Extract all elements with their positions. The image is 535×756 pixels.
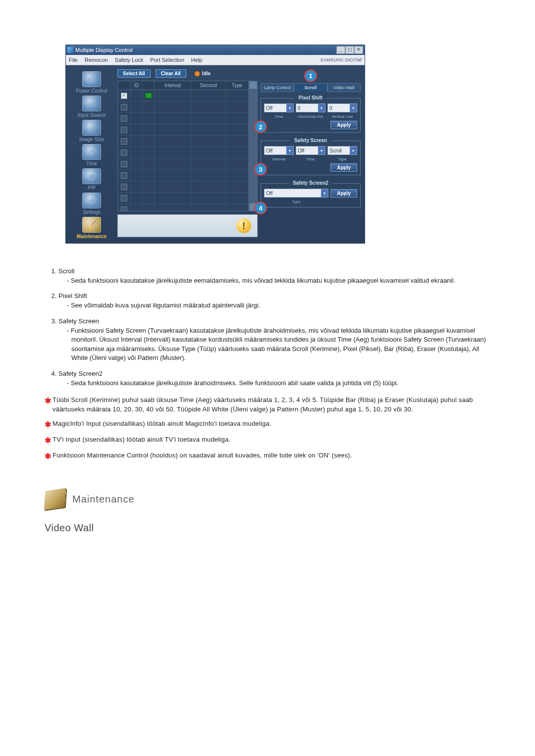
pixel-shift-vline-select[interactable]: 0▾ bbox=[327, 103, 357, 112]
row-checkbox[interactable] bbox=[121, 172, 127, 179]
star-icon: ✱ bbox=[45, 419, 53, 430]
table-row[interactable] bbox=[118, 124, 249, 136]
minimize-button[interactable]: _ bbox=[336, 46, 345, 54]
grid-col-interval: Interval bbox=[155, 81, 191, 90]
box-icon bbox=[44, 488, 66, 510]
callout-3: 3 bbox=[254, 163, 267, 176]
pixel-shift-vline-label: Vertical Line bbox=[327, 114, 357, 119]
safety-screen2-type-label: Type bbox=[264, 200, 328, 204]
pip-icon: ▣ bbox=[82, 168, 101, 184]
safety-screen-time-select[interactable]: Off▾ bbox=[296, 146, 325, 155]
section-subhead: Video Wall bbox=[45, 522, 490, 534]
sidebar-item-label: Time bbox=[86, 161, 97, 166]
menu-help[interactable]: Help bbox=[191, 57, 203, 63]
clear-all-button[interactable]: Clear All bbox=[156, 69, 186, 78]
table-row[interactable] bbox=[118, 193, 249, 204]
safety-screen-type-select[interactable]: Scroll▾ bbox=[327, 146, 357, 155]
star-icon: ✱ bbox=[45, 435, 53, 446]
menu-remocon[interactable]: Remocon bbox=[85, 57, 108, 63]
table-row[interactable] bbox=[118, 113, 249, 124]
maximize-button[interactable]: ▢ bbox=[345, 46, 354, 54]
table-row[interactable] bbox=[118, 101, 249, 113]
sidebar-item-label: Input Source bbox=[78, 112, 106, 118]
menu-safety-lock[interactable]: Safety Lock bbox=[115, 57, 143, 63]
note-item: ✱ Funktsioon Maintenance Control (hooldu… bbox=[45, 451, 490, 462]
pixel-shift-time-select[interactable]: Off▾ bbox=[264, 103, 294, 112]
select-all-button[interactable]: Select All bbox=[117, 69, 151, 78]
center-pane: Select All Clear All Idle ID Interval bbox=[117, 69, 258, 239]
item-title: Safety Screen2 bbox=[58, 370, 490, 377]
table-row[interactable] bbox=[118, 147, 249, 158]
safety-screen2-type-select[interactable]: Off▾ bbox=[264, 189, 328, 198]
row-checkbox[interactable] bbox=[121, 93, 127, 99]
tab-video-wall[interactable]: Video Wall bbox=[327, 83, 361, 92]
row-checkbox[interactable] bbox=[121, 161, 127, 167]
row-checkbox[interactable] bbox=[121, 104, 127, 110]
safety-screen-interval-label: Interval bbox=[264, 157, 294, 161]
menu-port-selection[interactable]: Port Selection bbox=[150, 57, 184, 63]
row-checkbox[interactable] bbox=[121, 115, 127, 122]
note-text: MagicInfo'i Input (sisendallikas) töötab… bbox=[53, 419, 490, 429]
note-text: Funktsioon Maintenance Control (hooldus)… bbox=[53, 451, 490, 460]
pixel-shift-title: Pixel Shift bbox=[295, 95, 326, 101]
app-window: Multiple Display Control _ ▢ ✕ File Remo… bbox=[65, 45, 365, 244]
idle-dot-icon bbox=[194, 71, 200, 77]
tab-scroll[interactable]: Scroll bbox=[294, 83, 327, 92]
window-title: Multiple Display Control bbox=[75, 47, 133, 53]
table-row[interactable] bbox=[118, 136, 249, 147]
sidebar-item-input-source[interactable]: ⇄ Input Source bbox=[69, 96, 114, 118]
brand-label: SAMSUNG DIGITall bbox=[321, 57, 362, 62]
row-checkbox[interactable] bbox=[121, 150, 127, 156]
grid-col-status bbox=[143, 81, 155, 90]
sidebar-item-power-control[interactable]: ⏻ Power Control bbox=[69, 71, 114, 94]
star-icon: ✱ bbox=[45, 395, 53, 406]
table-row[interactable] bbox=[118, 181, 249, 193]
idle-indicator: Idle bbox=[194, 71, 211, 77]
chevron-down-icon: ▾ bbox=[318, 147, 325, 154]
monitor-status-icon bbox=[145, 93, 152, 99]
row-checkbox[interactable] bbox=[121, 138, 127, 145]
list-item: Pixel Shift - See võimaldab kuva sujuvat… bbox=[58, 292, 490, 310]
grid-col-check bbox=[118, 81, 131, 90]
pixel-shift-apply-button[interactable]: Apply bbox=[330, 121, 357, 129]
settings-icon: ✦ bbox=[82, 193, 101, 208]
row-checkbox[interactable] bbox=[121, 195, 127, 202]
note-item: ✱ MagicInfo'i Input (sisendallikas) tööt… bbox=[45, 419, 490, 430]
safety-screen2-apply-button[interactable]: Apply bbox=[330, 189, 357, 198]
pixel-shift-hdot-select[interactable]: 0▾ bbox=[296, 103, 325, 112]
close-button[interactable]: ✕ bbox=[354, 46, 363, 54]
table-row[interactable] bbox=[118, 204, 249, 211]
chevron-down-icon: ▾ bbox=[321, 189, 328, 197]
grid-col-type: Type bbox=[226, 81, 249, 90]
row-checkbox[interactable] bbox=[121, 184, 127, 190]
grid-scrollbar[interactable] bbox=[249, 81, 257, 211]
sidebar: ⏻ Power Control ⇄ Input Source ⤢ Image S… bbox=[69, 69, 114, 239]
sidebar-item-label: Power Control bbox=[76, 88, 107, 94]
tab-lamp-control[interactable]: Lamp Control bbox=[261, 83, 294, 92]
sidebar-item-time[interactable]: ◔ Time bbox=[69, 144, 114, 166]
sidebar-item-label: Image Size bbox=[79, 137, 104, 142]
table-row[interactable] bbox=[118, 90, 249, 101]
sidebar-item-image-size[interactable]: ⤢ Image Size bbox=[69, 120, 114, 142]
row-checkbox[interactable] bbox=[121, 206, 127, 212]
sidebar-item-settings[interactable]: ✦ Settings bbox=[69, 193, 114, 215]
note-text: Tüübi Scroll (Kerimine) puhul saab üksus… bbox=[53, 396, 490, 414]
item-title: Scroll bbox=[58, 267, 490, 275]
sidebar-item-maintenance[interactable]: 🧹 Maintenance bbox=[69, 217, 114, 239]
info-icon: ! bbox=[236, 218, 251, 233]
app-icon bbox=[67, 47, 73, 53]
safety-screen-apply-button[interactable]: Apply bbox=[330, 163, 357, 172]
info-bar: ! bbox=[117, 214, 258, 237]
note-text: TV'i Input (sisendallikas) töötab ainult… bbox=[53, 435, 490, 445]
table-row[interactable] bbox=[118, 170, 249, 181]
list-item: Scroll - Seda funktsiooni kasutatakse jä… bbox=[58, 267, 490, 285]
menu-file[interactable]: File bbox=[69, 57, 78, 63]
pixel-shift-hdot-label: Horizontal Dot bbox=[296, 114, 325, 119]
row-checkbox[interactable] bbox=[121, 127, 127, 133]
scroll-up-icon[interactable] bbox=[249, 81, 257, 89]
sidebar-item-label: Maintenance bbox=[77, 234, 107, 239]
sidebar-item-pip[interactable]: ▣ PIP bbox=[69, 168, 114, 191]
item-body: - Seda funktsiooni kasutatakse järelkuju… bbox=[58, 379, 490, 388]
safety-screen-interval-select[interactable]: Off▾ bbox=[264, 146, 294, 155]
table-row[interactable] bbox=[118, 158, 249, 170]
